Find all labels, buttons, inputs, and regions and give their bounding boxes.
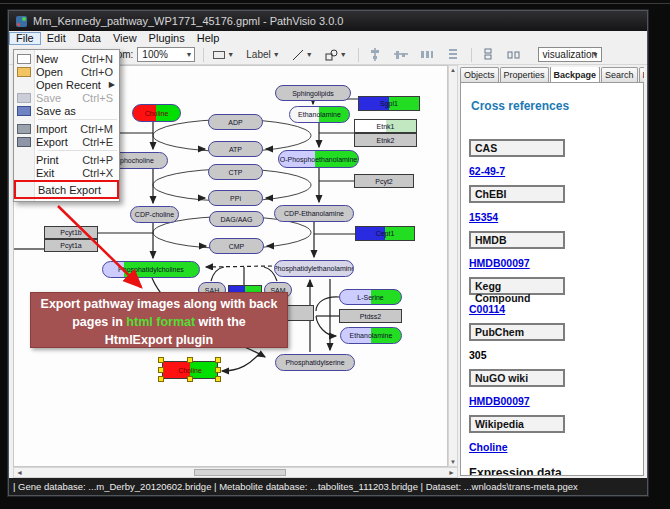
- pathway-node-adp[interactable]: ADP: [208, 114, 263, 130]
- pathway-node-cdp-choline[interactable]: CDP-choline: [130, 206, 179, 223]
- chevron-down-icon: ▼: [340, 51, 347, 58]
- tab-objects[interactable]: Objects: [460, 67, 499, 83]
- file-menu-item-save[interactable]: SaveCtrl+S: [14, 91, 119, 104]
- vertical-scrollbar[interactable]: ▲ ▼: [448, 65, 458, 467]
- section-value: 305: [469, 349, 643, 362]
- tab-legend[interactable]: Legend: [639, 67, 644, 83]
- selection-handle[interactable]: [158, 367, 164, 373]
- menubar-item-plugins[interactable]: Plugins: [143, 32, 191, 45]
- file-menu-item-import[interactable]: ImportCtrl+M: [14, 122, 119, 135]
- scroll-up-icon[interactable]: ▲: [450, 67, 456, 73]
- pathway-node-ctp[interactable]: CTP: [208, 164, 263, 180]
- file-menu-item-save-as[interactable]: Save as: [14, 104, 119, 117]
- cross-reference-link[interactable]: C00114: [469, 303, 505, 315]
- tab-properties[interactable]: Properties: [500, 67, 549, 83]
- cross-reference-section-hmdb: HMDBHMDB00097: [469, 231, 643, 270]
- pathway-node-pcyt1a[interactable]: Pcyt1a: [44, 239, 98, 252]
- menubar-item-edit[interactable]: Edit: [41, 32, 72, 45]
- pathway-node-ptdss2[interactable]: Ptdss2: [339, 309, 402, 323]
- pathway-node-pcyt2[interactable]: Pcyt2: [354, 174, 414, 188]
- stack-horizontal-button[interactable]: [504, 47, 524, 63]
- cross-reference-section-nugo-wiki: NuGO wikiHMDB00097: [469, 369, 643, 408]
- section-value: Choline: [469, 441, 643, 454]
- align-center-vertical-button[interactable]: [391, 47, 411, 63]
- menubar-item-help[interactable]: Help: [191, 32, 226, 45]
- pathway-node-etnk1[interactable]: Etnk1: [354, 119, 417, 133]
- pathway-node-cmp[interactable]: CMP: [209, 238, 264, 254]
- stack-vertical-button[interactable]: [478, 47, 498, 63]
- node-label: Cept1: [376, 230, 395, 237]
- pathway-node-sgpl1[interactable]: Sgpl1: [358, 96, 420, 111]
- save-icon: [17, 93, 31, 103]
- menubar-item-file[interactable]: File: [9, 32, 41, 45]
- selection-handle[interactable]: [215, 357, 221, 363]
- scroll-right-icon[interactable]: ►: [448, 468, 455, 477]
- distribute-vertical-button[interactable]: [443, 47, 463, 63]
- shape-tool-button[interactable]: ▼: [322, 47, 350, 63]
- pathway-node-atp[interactable]: ATP: [208, 141, 263, 157]
- pathway-node-etnk2[interactable]: Etnk2: [354, 133, 417, 147]
- cross-reference-link[interactable]: HMDB00097: [469, 395, 530, 407]
- line-tool-button[interactable]: ▼: [289, 47, 316, 63]
- scroll-down-icon[interactable]: ▼: [450, 459, 456, 465]
- expression-data-heading: Expression data: [469, 466, 643, 476]
- cross-reference-link[interactable]: 15354: [469, 211, 498, 223]
- node-label: L-Serine: [357, 294, 383, 301]
- distribute-horizontal-button[interactable]: [417, 47, 437, 63]
- menubar-item-data[interactable]: Data: [72, 32, 107, 45]
- file-menu-item-new[interactable]: NewCtrl+N: [14, 52, 119, 65]
- horizontal-scrollbar-thumb[interactable]: [194, 469, 286, 476]
- status-bar-text: | Gene database: ...m_Derby_20120602.bri…: [13, 481, 578, 492]
- pathway-node-l-serine[interactable]: L-Serine: [339, 289, 402, 305]
- tab-search[interactable]: Search: [601, 67, 638, 83]
- label-tool-text: Label: [246, 49, 270, 60]
- zoom-value: 100%: [142, 49, 168, 60]
- pathway-node-sphingolipids[interactable]: Sphingolipids: [275, 85, 351, 101]
- pathway-node-cdp-ethanolamine[interactable]: CDP-Ethanolamine: [274, 205, 354, 222]
- align-center-horizontal-button[interactable]: [365, 47, 385, 63]
- label-tool-button[interactable]: Label▼: [243, 47, 282, 63]
- file-menu-item-open-recent[interactable]: Open Recent▶: [14, 78, 119, 91]
- file-menu-item-exit[interactable]: ExitCtrl+X: [14, 166, 119, 179]
- file-menu-item-print[interactable]: PrintCtrl+P: [14, 153, 119, 166]
- cross-reference-link[interactable]: Choline: [469, 441, 508, 453]
- menubar-item-view[interactable]: View: [107, 32, 143, 45]
- horizontal-scrollbar[interactable]: ◄ ►: [13, 467, 458, 478]
- pathway-node-unlabeled[interactable]: [286, 305, 314, 321]
- cross-reference-link[interactable]: HMDB00097: [469, 257, 530, 269]
- node-label: Phosphatidylcholines: [118, 266, 184, 273]
- align-center-vertical-icon: [394, 48, 408, 61]
- pathway-node-o-phosphoethanolamine[interactable]: O-Phosphoethanolamine: [278, 150, 359, 168]
- selection-handle[interactable]: [187, 376, 193, 382]
- file-menu-item-export[interactable]: ExportCtrl+E: [14, 135, 119, 148]
- pathway-node-pcyt1b[interactable]: Pcyt1b: [44, 226, 98, 239]
- pathway-node-choline[interactable]: Choline: [132, 104, 181, 122]
- stack-vertical-icon: [481, 48, 495, 61]
- zoom-combobox[interactable]: 100% ▼: [137, 47, 195, 62]
- pathway-node-ppi[interactable]: PPi: [208, 190, 263, 206]
- window-title: Mm_Kennedy_pathway_WP1771_45176.gpml - P…: [33, 15, 343, 27]
- gene-datanode-button[interactable]: ▼: [210, 47, 237, 63]
- tab-backpage[interactable]: Backpage: [550, 67, 601, 82]
- side-panel: ObjectsPropertiesBackpageSearchLegend Cr…: [458, 65, 646, 478]
- pathway-node-phosphatidylethanolamine[interactable]: Phosphatidylethanolamine: [274, 260, 354, 277]
- pathway-node-phosphatidylserine[interactable]: Phosphatidylserine: [275, 354, 355, 371]
- pathway-node-ethanolamine[interactable]: Ethanolamine: [289, 106, 350, 123]
- pathway-node-phosphatidylcholines[interactable]: Phosphatidylcholines: [102, 261, 200, 278]
- visualization-combobox[interactable]: visualization ▼: [538, 47, 602, 62]
- cross-reference-link[interactable]: 62-49-7: [469, 165, 505, 177]
- file-menu-item-open[interactable]: OpenCtrl+O: [14, 65, 119, 78]
- scroll-left-icon[interactable]: ◄: [16, 468, 23, 477]
- section-title-box: Wikipedia: [469, 415, 565, 433]
- selection-handle[interactable]: [187, 357, 193, 363]
- pathway-node-cept1[interactable]: Cept1: [355, 226, 415, 241]
- pathway-node-dag-aag[interactable]: DAG/AAG: [209, 211, 264, 227]
- file-menu-item-batch-export[interactable]: Batch Export: [16, 182, 117, 197]
- selection-handle[interactable]: [158, 357, 164, 363]
- selection-handle[interactable]: [215, 367, 221, 373]
- node-label: Ethanolamine: [298, 111, 341, 118]
- pathway-node-ethanolamine[interactable]: Ethanolamine: [340, 327, 402, 344]
- selection-handle[interactable]: [215, 376, 221, 382]
- node-label: Etnk1: [377, 123, 395, 130]
- selection-handle[interactable]: [158, 376, 164, 382]
